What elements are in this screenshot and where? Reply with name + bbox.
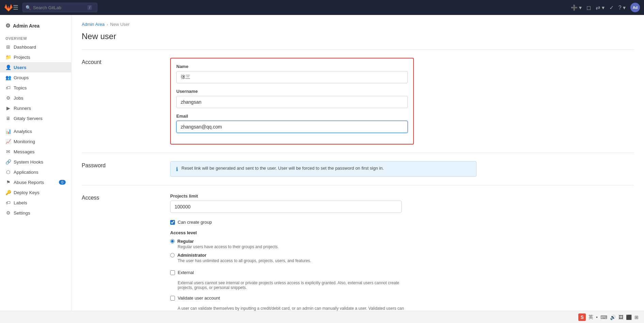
account-highlight-box: Name Username Email (170, 58, 414, 144)
sidebar-item-users[interactable]: 👤 Users (0, 62, 71, 72)
sidebar-item-jobs[interactable]: ⚙ Jobs (0, 93, 71, 103)
taskbar-icon-2[interactable]: • (596, 314, 598, 320)
help-btn[interactable]: ? ▾ (618, 4, 626, 11)
sidebar-item-label: System Hooks (14, 159, 43, 165)
gitaly-icon: 🖥 (5, 116, 11, 121)
sidebar-item-applications[interactable]: ⬡ Applications (0, 167, 71, 177)
taskbar-icon-5[interactable]: 🖼 (618, 314, 623, 320)
avatar[interactable]: Ad (630, 3, 640, 12)
sidebar-item-label: Users (14, 65, 27, 70)
taskbar-icon-3[interactable]: ⌨ (600, 314, 607, 320)
validate-row: Validate user account (170, 295, 477, 301)
sidebar-item-abuse-reports[interactable]: ⚑ Abuse Reports 0 (0, 177, 71, 187)
sidebar-item-label: Settings (14, 210, 30, 216)
sidebar-item-topics[interactable]: 🏷 Topics (0, 83, 71, 93)
issues-btn[interactable]: ◻ (586, 4, 591, 11)
navbar: ☰ 🔍 / ➕ ▾ ◻ ⇄ ▾ ✓ ? ▾ Ad (0, 0, 644, 15)
external-row: External (170, 270, 477, 275)
taskbar-icon-6[interactable]: ⬛ (626, 314, 632, 320)
account-section-label: Account (82, 58, 170, 144)
taskbar-icon-7[interactable]: ⊞ (634, 314, 639, 320)
sidebar-item-messages[interactable]: ✉ Messages (0, 147, 71, 157)
sidebar-section-overview: Overview (0, 34, 71, 42)
page-layout: ⚙ Admin Area Overview ⊞ Dashboard 📁 Proj… (0, 15, 644, 323)
sidebar-item-groups[interactable]: 👥 Groups (0, 72, 71, 83)
sidebar-item-runners[interactable]: ▶ Runners (0, 103, 71, 113)
labels-icon: 🏷 (5, 200, 11, 205)
sidebar-item-label: Labels (14, 200, 27, 205)
breadcrumb-current: New User (110, 22, 130, 27)
sidebar-item-gitaly-servers[interactable]: 🖥 Gitaly Servers (0, 113, 71, 123)
sidebar-item-projects[interactable]: 📁 Projects (0, 52, 71, 62)
access-section-content: Projects limit Can create group Access l… (170, 193, 477, 316)
sidebar-item-label: Deploy Keys (14, 190, 39, 195)
sidebar-item-label: Jobs (14, 96, 23, 101)
settings-icon: ⚙ (5, 210, 11, 216)
abuse-reports-badge: 0 (59, 180, 66, 185)
users-icon: 👤 (5, 65, 11, 70)
sidebar-item-label: Gitaly Servers (14, 116, 43, 121)
sidebar-item-monitoring[interactable]: 📈 Monitoring (0, 136, 71, 147)
taskbar-icon-4[interactable]: 🔊 (610, 314, 616, 320)
sidebar-item-deploy-keys[interactable]: 🔑 Deploy Keys (0, 187, 71, 198)
password-section-label: Password (82, 161, 170, 177)
access-section-label: Access (82, 193, 170, 316)
s-icon[interactable]: S (578, 313, 586, 321)
main-content: Admin Area › New User New user Account N… (71, 15, 644, 323)
account-section: Account Name Username Email (82, 49, 634, 153)
username-input[interactable] (176, 96, 408, 108)
username-field-group: Username (176, 89, 408, 108)
gitlab-logo (4, 3, 13, 12)
sidebar-item-analytics[interactable]: 📊 Analytics (0, 126, 71, 136)
sidebar-item-system-hooks[interactable]: 🔗 System Hooks (0, 157, 71, 167)
sidebar-item-label: Monitoring (14, 139, 35, 144)
breadcrumb: Admin Area › New User (82, 22, 634, 27)
sidebar-item-settings[interactable]: ⚙ Settings (0, 208, 71, 218)
regular-radio[interactable] (170, 239, 175, 243)
navbar-icons: ➕ ▾ ◻ ⇄ ▾ ✓ ? ▾ Ad (571, 3, 640, 12)
taskbar-icon-1[interactable]: 英 (589, 314, 593, 320)
menu-icon[interactable]: ☰ (13, 4, 18, 11)
monitoring-icon: 📈 (5, 139, 11, 144)
search-shortcut: / (87, 5, 92, 10)
sidebar-item-label: Groups (14, 75, 29, 80)
runners-icon: ▶ (5, 105, 11, 111)
sidebar-admin-header: ⚙ Admin Area (0, 20, 71, 34)
can-create-group-label: Can create group (178, 220, 212, 225)
can-create-group-row: Can create group (170, 220, 477, 225)
merge-requests-btn[interactable]: ⇄ ▾ (596, 4, 604, 11)
can-create-group-checkbox[interactable] (170, 220, 175, 225)
breadcrumb-admin[interactable]: Admin Area (82, 22, 104, 27)
analytics-icon: 📊 (5, 129, 11, 134)
search-box: 🔍 / (22, 3, 97, 12)
projects-limit-label: Projects limit (170, 193, 477, 199)
dashboard-icon: ⊞ (5, 44, 11, 50)
administrator-option: Administrator The user has unlimited acc… (170, 253, 477, 263)
access-level-group: Access level Regular Regular users have … (170, 230, 477, 263)
taskbar: S 英 • ⌨ 🔊 🖼 ⬛ ⊞ (0, 311, 644, 323)
external-label: External (178, 270, 194, 275)
administrator-radio[interactable] (170, 253, 175, 257)
sidebar-item-dashboard[interactable]: ⊞ Dashboard (0, 42, 71, 52)
email-input[interactable] (176, 121, 408, 133)
jobs-icon: ⚙ (5, 95, 11, 101)
sidebar-item-label: Messages (14, 149, 35, 154)
validate-checkbox[interactable] (170, 296, 175, 301)
sidebar-item-labels[interactable]: 🏷 Labels (0, 198, 71, 208)
password-info-box: ℹ Reset link will be generated and sent … (170, 161, 477, 177)
todos-btn[interactable]: ✓ (609, 4, 614, 11)
name-field-group: Name (176, 64, 408, 83)
groups-icon: 👥 (5, 75, 11, 80)
search-input[interactable] (33, 5, 87, 10)
name-input[interactable] (176, 71, 408, 83)
projects-limit-group: Projects limit (170, 193, 477, 213)
projects-limit-input[interactable] (170, 201, 402, 213)
create-new-btn[interactable]: ➕ ▾ (571, 4, 582, 11)
password-section: Password ℹ Reset link will be generated … (82, 153, 634, 185)
sidebar-item-label: Applications (14, 170, 38, 175)
sidebar-item-label: Dashboard (14, 45, 36, 50)
administrator-label: Administrator (177, 253, 206, 258)
external-checkbox[interactable] (170, 270, 175, 275)
name-label: Name (176, 64, 408, 69)
sidebar-item-label: Topics (14, 85, 27, 90)
